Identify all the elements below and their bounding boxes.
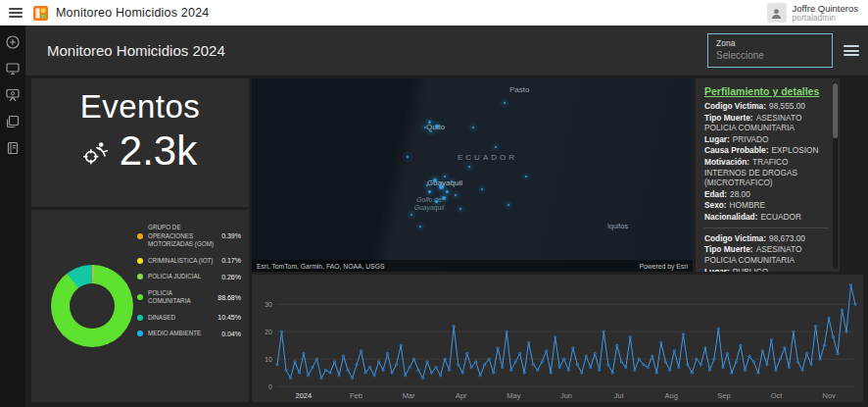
- indicator-title: Eventos: [31, 88, 249, 126]
- zona-placeholder: Seleccione: [716, 50, 824, 61]
- app-menu-icon[interactable]: [9, 8, 23, 18]
- presentation-icon[interactable]: [6, 88, 20, 102]
- detail-record: Codigo Victima:98,673.00 Tipo Muerte:ASE…: [704, 233, 828, 272]
- event-point[interactable]: [446, 190, 449, 193]
- legend-item: GRUPO DE OPERACIONES MOTORIZADAS (GOM) 0…: [137, 224, 241, 249]
- time-series-chart: 01020302024FebMarAprMayJunJulAugSepOctNo…: [252, 275, 863, 402]
- homicide-target-icon: [83, 138, 110, 165]
- event-point[interactable]: [419, 226, 421, 228]
- dashboard-menu-icon[interactable]: [844, 45, 859, 56]
- zona-select[interactable]: Zona Seleccione: [707, 33, 833, 68]
- legend-item: DINASED 10.45%: [137, 314, 241, 323]
- map-attribution: Esri, TomTom, Garmin, FAO, NOAA, USGS Po…: [252, 260, 693, 272]
- event-point[interactable]: [439, 184, 444, 189]
- event-point[interactable]: [424, 127, 426, 128]
- pie-chart-panel: GRUPO DE OPERACIONES MOTORIZADAS (GOM) 0…: [31, 210, 249, 402]
- map-credits: Esri, TomTom, Garmin, FAO, NOAA, USGS: [257, 263, 385, 270]
- legend-label: DINASED: [148, 314, 213, 323]
- legend-value: 0.04%: [221, 331, 241, 337]
- svg-text:30: 30: [265, 301, 272, 308]
- pie-legend: GRUPO DE OPERACIONES MOTORIZADAS (GOM) 0…: [137, 224, 241, 338]
- map-label-pasto: Pasto: [509, 85, 529, 94]
- svg-text:20: 20: [265, 329, 272, 335]
- event-point[interactable]: [525, 176, 527, 178]
- svg-text:Jun: Jun: [560, 391, 572, 400]
- legend-item: POLICIA JUDICIAL 0.26%: [137, 273, 241, 281]
- app-title: Monitoreo Homicidios 2024: [56, 6, 209, 20]
- event-point[interactable]: [442, 196, 446, 200]
- record-divider: [704, 228, 828, 229]
- event-point[interactable]: [407, 156, 409, 158]
- legend-value: 0.17%: [221, 257, 241, 264]
- legend-item: MEDIO AMBIENTE 0.04%: [137, 330, 241, 338]
- event-point[interactable]: [428, 190, 431, 193]
- svg-text:10: 10: [265, 356, 272, 363]
- event-point[interactable]: [504, 102, 506, 104]
- event-point[interactable]: [481, 188, 483, 190]
- time-series-panel: 01020302024FebMarAprMayJunJulAugSepOctNo…: [252, 275, 863, 402]
- svg-text:0: 0: [268, 383, 272, 390]
- legend-item: POLICIA COMUNITARIA 88.68%: [137, 289, 241, 306]
- donut-chart: [51, 265, 133, 347]
- layers-icon[interactable]: [6, 115, 20, 128]
- event-point[interactable]: [472, 127, 474, 128]
- svg-text:Oct: Oct: [771, 391, 784, 400]
- svg-text:Jul: Jul: [614, 391, 624, 400]
- svg-text:Mar: Mar: [403, 391, 415, 400]
- svg-text:Feb: Feb: [350, 391, 362, 400]
- detail-record: Codigo Victima:98,555.00 Tipo Muerte:ASE…: [704, 101, 828, 223]
- user-avatar[interactable]: [767, 3, 787, 23]
- event-point[interactable]: [455, 194, 457, 196]
- svg-text:2024: 2024: [295, 391, 312, 400]
- legend-item: CRIMINALISTICA (IOT) 0.17%: [137, 257, 241, 266]
- legend-swatch: [137, 274, 143, 280]
- dashboard-title: Monitoreo Homicidios 2024: [47, 42, 225, 59]
- svg-text:Apr: Apr: [456, 391, 467, 400]
- legend-label: GRUPO DE OPERACIONES MOTORIZADAS (GOM): [148, 224, 217, 249]
- legend-label: POLICIA JUDICIAL: [148, 273, 217, 281]
- zona-label: Zona: [716, 38, 824, 48]
- event-point[interactable]: [410, 214, 412, 216]
- indicator-value: 2.3k: [120, 127, 197, 175]
- legend-swatch: [137, 233, 143, 239]
- map-panel[interactable]: Pasto Quito ECUADOR Guayaquil Golfo de G…: [252, 78, 693, 272]
- event-point[interactable]: [495, 146, 497, 148]
- event-point[interactable]: [430, 130, 432, 132]
- legend-label: CRIMINALISTICA (IOT): [148, 257, 217, 266]
- legend-swatch: [137, 294, 143, 300]
- svg-text:Sep: Sep: [717, 391, 730, 400]
- event-point[interactable]: [444, 176, 446, 178]
- legend-swatch: [137, 331, 143, 336]
- legend-value: 88.68%: [217, 294, 241, 301]
- dashboard-main: Monitoreo Homicidios 2024 Zona Seleccion…: [25, 25, 868, 407]
- legend-value: 0.39%: [221, 232, 241, 239]
- add-circle-icon[interactable]: [6, 35, 20, 49]
- dashboards-app-logo-icon: [33, 6, 48, 21]
- event-point[interactable]: [435, 200, 438, 203]
- legend-swatch: [137, 258, 143, 264]
- svg-text:Nov: Nov: [823, 391, 837, 400]
- event-point[interactable]: [459, 208, 461, 210]
- person-icon: [770, 7, 783, 20]
- event-point[interactable]: [468, 166, 470, 168]
- top-app-bar: Monitoreo Homicidios 2024 Joffre Quinter…: [0, 0, 868, 25]
- dashboard-header: Monitoreo Homicidios 2024 Zona Seleccion…: [25, 25, 868, 76]
- event-point[interactable]: [507, 204, 509, 206]
- notebook-icon[interactable]: [6, 141, 20, 155]
- indicator-panel: Eventos 2.3k: [31, 78, 249, 207]
- svg-text:May: May: [506, 391, 520, 400]
- legend-label: MEDIO AMBIENTE: [148, 330, 217, 338]
- map-label-country: ECUADOR: [458, 153, 517, 162]
- monitor-icon[interactable]: [6, 62, 20, 76]
- legend-swatch: [137, 315, 143, 321]
- left-icon-rail: [0, 25, 25, 407]
- scrollbar-thumb[interactable]: [833, 83, 838, 138]
- powered-by-esri: Powered by Esri: [640, 263, 689, 270]
- map-label-iquitos: Iquitos: [607, 222, 628, 230]
- details-scrollbar[interactable]: [833, 81, 838, 269]
- legend-value: 0.26%: [221, 274, 241, 280]
- legend-value: 10.45%: [217, 314, 241, 321]
- details-title-link[interactable]: Perfilamiento y detalles: [704, 85, 828, 97]
- details-panel: Perfilamiento y detalles Codigo Victima:…: [696, 78, 840, 272]
- user-role: portaladmin: [793, 14, 858, 23]
